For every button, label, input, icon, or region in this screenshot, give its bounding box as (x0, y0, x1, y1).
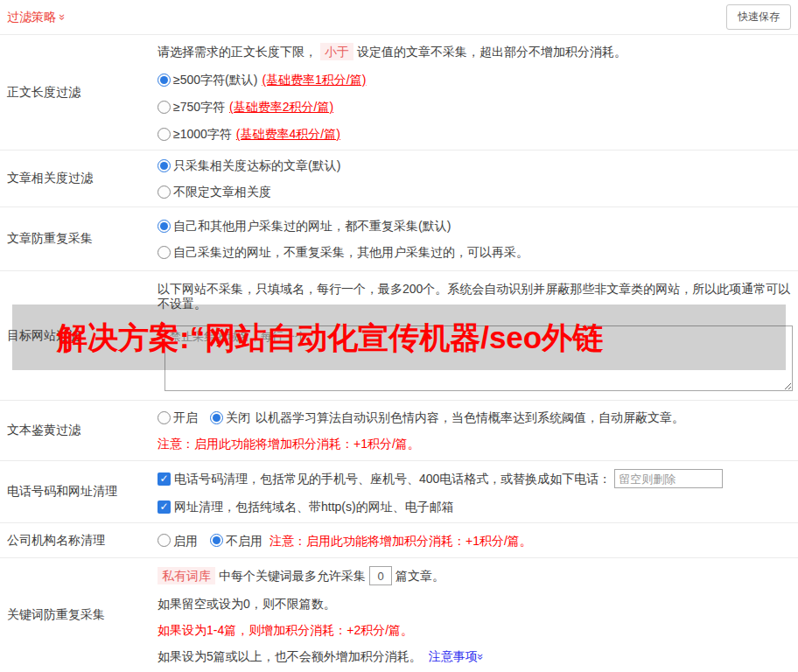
intro-pre: 请选择需求的正文长度下限， (158, 44, 317, 60)
phone-cleanup-label: 电话号码清理，包括常见的手机号、座机号、400电话格式，或替换成如下电话： (174, 471, 611, 486)
keyword-limit-text: 中每个关键词最多允许采集 (219, 568, 366, 584)
radio-dedupe-self[interactable] (158, 246, 171, 259)
keyword-note-cost: 如果设为1-4篇，则增加积分消耗：+2积分/篇。 (158, 622, 793, 638)
page-header: 过滤策略 » 快速保存 (0, 0, 798, 35)
phone-cleanup-checkbox[interactable]: ✓ (158, 472, 171, 486)
porn-filter-options: 开启 关闭 以机器学习算法自动识别色情内容，当色情概率达到系统阈值，自动屏蔽文章… (158, 410, 793, 425)
collapse-chevron-icon[interactable]: » (57, 14, 68, 20)
radio-750-chars[interactable] (158, 101, 171, 114)
row-keyword-dedupe: 关键词防重复采集 私有词库 中每个关键词最多允许采集 篇文章。 如果留空或设为0… (0, 558, 798, 672)
replacement-phone-input[interactable] (614, 469, 723, 488)
intro-post: 设定值的文章不采集，超出部分不增加积分消耗。 (357, 44, 626, 60)
phone-cleanup-line: ✓ 电话号码清理，包括常见的手机号、座机号、400电话格式，或替换成如下电话： (158, 469, 793, 488)
filter-strategy-page: 过滤策略 » 快速保存 正文长度过滤 请选择需求的正文长度下限， 小于 设定值的… (0, 0, 798, 672)
radio-500-chars[interactable] (158, 74, 171, 87)
row-content: 自己和其他用户采集过的网址，都不重复采集(默认) 自己采集过的网址，不重复采集，… (158, 207, 798, 270)
porn-option-on: 开启 (158, 410, 198, 425)
row-porn-filter: 文本鉴黄过滤 开启 关闭 以机器学习算法自动识别色情内容，当色情概率达到系统阈值… (0, 401, 798, 461)
porn-option-off: 关闭 (210, 410, 250, 425)
radio-porn-on[interactable] (158, 411, 171, 424)
company-option-off: 不启用 (210, 533, 262, 549)
radio-company-off[interactable] (210, 534, 223, 547)
row-label: 关键词防重复采集 (0, 558, 158, 672)
option-label: 关闭 (226, 410, 250, 425)
url-cleanup-label: 网址清理，包括纯域名、带http(s)的网址、电子邮箱 (174, 499, 454, 514)
row-content: 开启 关闭 以机器学习算法自动识别色情内容，当色情概率达到系统阈值，自动屏蔽文章… (158, 401, 798, 460)
row-dedupe: 文章防重复采集 自己和其他用户采集过的网址，都不重复采集(默认) 自己采集过的网… (0, 207, 798, 271)
company-cleanup-note: 注意：启用此功能将增加积分消耗：+1积分/篇。 (270, 533, 532, 549)
company-cleanup-options: 启用 不启用 注意：启用此功能将增加积分消耗：+1积分/篇。 (158, 533, 793, 549)
porn-filter-description: 以机器学习算法自动识别色情内容，当色情概率达到系统阈值，自动屏蔽文章。 (256, 410, 684, 425)
row-label: 正文长度过滤 (0, 35, 158, 150)
length-option-750: ≥750字符 (基础费率2积分/篇) (158, 99, 793, 115)
row-content: 只采集相关度达标的文章(默认) 不限定文章相关度 (158, 150, 798, 206)
option-label: 开启 (173, 410, 198, 425)
row-content: 请选择需求的正文长度下限， 小于 设定值的文章不采集，超出部分不增加积分消耗。 … (158, 35, 798, 150)
option-label: 只采集相关度达标的文章(默认) (173, 158, 340, 173)
less-than-tag: 小于 (320, 43, 354, 60)
keyword-note-zero: 如果留空或设为0，则不限篇数。 (158, 596, 793, 612)
option-label: 启用 (173, 533, 198, 549)
url-cleanup-line: ✓ 网址清理，包括纯域名、带http(s)的网址、电子邮箱 (158, 499, 793, 514)
row-phone-url: 电话号码和网址清理 ✓ 电话号码清理，包括常见的手机号、座机号、400电话格式，… (0, 461, 798, 523)
fee-note: (基础费率1积分/篇) (262, 72, 366, 88)
relevance-option-strict: 只采集相关度达标的文章(默认) (158, 158, 793, 173)
radio-relevance-any[interactable] (158, 186, 171, 199)
row-content: ✓ 电话号码清理，包括常见的手机号、座机号、400电话格式，或替换成如下电话： … (158, 461, 798, 522)
radio-relevance-strict[interactable] (158, 159, 171, 172)
row-label: 文章相关度过滤 (0, 150, 158, 206)
option-label: 自己采集过的网址，不重复采集，其他用户采集过的，可以再采。 (173, 244, 528, 260)
url-cleanup-checkbox[interactable]: ✓ (158, 500, 171, 514)
fee-note: (基础费率4积分/篇) (236, 126, 340, 142)
option-label: ≥1000字符 (173, 126, 232, 142)
company-option-on: 启用 (158, 533, 198, 549)
keyword-note-five-plus: 如果设为5篇或以上，也不会额外增加积分消耗。 注意事项 » (158, 648, 793, 664)
dedupe-option-self-only: 自己采集过的网址，不重复采集，其他用户采集过的，可以再采。 (158, 244, 793, 260)
row-label: 文章防重复采集 (0, 207, 158, 270)
row-content-length: 正文长度过滤 请选择需求的正文长度下限， 小于 设定值的文章不采集，超出部分不增… (0, 35, 798, 150)
promo-overlay-text: 解决方案:“网站自动化宣传机器/seo外链 (57, 317, 603, 358)
length-option-500: ≥500字符(默认) (基础费率1积分/篇) (158, 72, 793, 88)
row-label: 文本鉴黄过滤 (0, 401, 158, 460)
notice-link[interactable]: 注意事项 (429, 648, 478, 664)
page-title: 过滤策略 (7, 10, 56, 25)
length-option-1000: ≥1000字符 (基础费率4积分/篇) (158, 126, 793, 142)
dedupe-option-all-users: 自己和其他用户采集过的网址，都不重复采集(默认) (158, 218, 793, 234)
option-label: ≥500字符(默认) (173, 72, 257, 88)
radio-dedupe-all[interactable] (158, 220, 171, 233)
fee-note: (基础费率2积分/篇) (229, 99, 333, 115)
row-content: 启用 不启用 注意：启用此功能将增加积分消耗：+1积分/篇。 (158, 523, 798, 557)
radio-porn-off[interactable] (210, 411, 223, 424)
keyword-note-five-plus-text: 如果设为5篇或以上，也不会额外增加积分消耗。 (158, 648, 422, 664)
row-label: 电话号码和网址清理 (0, 461, 158, 522)
notice-chevron-icon[interactable]: » (475, 653, 486, 659)
promo-overlay-banner: 解决方案:“网站自动化宣传机器/seo外链 (12, 304, 786, 370)
radio-company-on[interactable] (158, 534, 171, 547)
radio-1000-chars[interactable] (158, 128, 171, 141)
option-label: 不启用 (226, 533, 262, 549)
keyword-limit-line: 私有词库 中每个关键词最多允许采集 篇文章。 (158, 566, 793, 585)
row-content: 私有词库 中每个关键词最多允许采集 篇文章。 如果留空或设为0，则不限篇数。 如… (158, 558, 798, 672)
keyword-count-input[interactable] (369, 566, 392, 585)
porn-filter-note: 注意：启用此功能将增加积分消耗：+1积分/篇。 (158, 436, 793, 452)
keyword-limit-suffix: 篇文章。 (396, 568, 444, 584)
section-title-wrap: 过滤策略 » (7, 10, 66, 25)
row-company-cleanup: 公司机构名称清理 启用 不启用 注意：启用此功能将增加积分消耗：+1积分/篇。 (0, 523, 798, 558)
row-label: 公司机构名称清理 (0, 523, 158, 557)
option-label: 不限定文章相关度 (173, 184, 271, 200)
relevance-option-any: 不限定文章相关度 (158, 184, 793, 200)
option-label: 自己和其他用户采集过的网址，都不重复采集(默认) (173, 218, 451, 234)
intro-line: 请选择需求的正文长度下限， 小于 设定值的文章不采集，超出部分不增加积分消耗。 (158, 43, 793, 60)
quick-save-button[interactable]: 快速保存 (726, 4, 791, 30)
row-relevance: 文章相关度过滤 只采集相关度达标的文章(默认) 不限定文章相关度 (0, 150, 798, 207)
option-label: ≥750字符 (173, 99, 225, 115)
private-lexicon-tag: 私有词库 (158, 567, 215, 584)
